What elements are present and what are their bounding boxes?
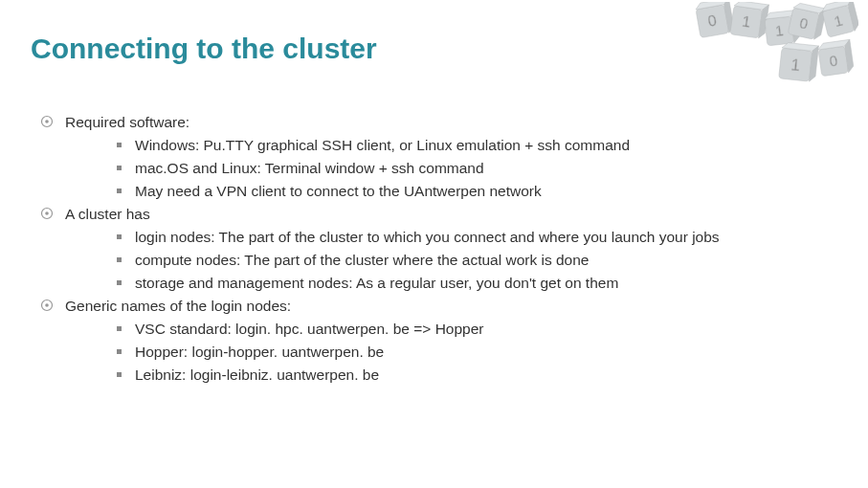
svg-point-19 [45, 303, 49, 307]
sub-item-text: Leibniz: login-leibniz. uantwerpen. be [135, 364, 379, 387]
sub-list-item: Hopper: login-hopper. uantwerpen. be [117, 341, 868, 364]
square-bullet-icon [117, 349, 122, 354]
sub-list-item: compute nodes: The part of the cluster w… [117, 249, 868, 272]
list-item-text: Generic names of the login nodes: [65, 295, 291, 318]
square-bullet-icon [117, 280, 122, 285]
sub-item-text: May need a VPN client to connect to the … [135, 180, 542, 203]
sub-item-text: storage and management nodes: As a regul… [135, 272, 618, 295]
square-bullet-icon [117, 372, 122, 377]
sub-list-item: mac.OS and Linux: Terminal window + ssh … [117, 157, 868, 180]
sub-item-text: compute nodes: The part of the cluster w… [135, 249, 589, 272]
sub-list-item: VSC standard: login. hpc. uantwerpen. be… [117, 318, 868, 341]
sub-list-item: Leibniz: login-leibniz. uantwerpen. be [117, 364, 868, 387]
sub-item-text: mac.OS and Linux: Terminal window + ssh … [135, 157, 484, 180]
list-item-text: Required software: [65, 111, 189, 134]
list-item: Required software: [40, 111, 868, 134]
decorative-cubes: 0 1 1 0 [686, 2, 858, 101]
square-bullet-icon [117, 257, 122, 262]
square-bullet-icon [117, 189, 122, 193]
sub-item-text: Hopper: login-hopper. uantwerpen. be [135, 341, 384, 364]
target-bullet-icon [40, 299, 54, 312]
sub-list-item: Windows: Pu.TTY graphical SSH client, or… [117, 134, 868, 157]
svg-point-17 [45, 211, 49, 215]
square-bullet-icon [117, 166, 122, 170]
list-item: Generic names of the login nodes: [40, 295, 868, 318]
list-item: A cluster has [40, 203, 868, 226]
svg-text:1: 1 [774, 22, 784, 39]
target-bullet-icon [40, 207, 54, 220]
sub-item-text: login nodes: The part of the cluster to … [135, 226, 720, 249]
square-bullet-icon [117, 143, 122, 147]
svg-text:1: 1 [790, 55, 800, 75]
square-bullet-icon [117, 234, 122, 239]
sub-list-item: login nodes: The part of the cluster to … [117, 226, 868, 249]
sub-list-item: May need a VPN client to connect to the … [117, 180, 868, 203]
slide-body: Required software: Windows: Pu.TTY graph… [0, 65, 868, 387]
list-item-text: A cluster has [65, 203, 150, 226]
target-bullet-icon [40, 115, 54, 128]
square-bullet-icon [117, 326, 122, 331]
svg-point-15 [45, 120, 49, 123]
sub-item-text: VSC standard: login. hpc. uantwerpen. be… [135, 318, 484, 341]
sub-item-text: Windows: Pu.TTY graphical SSH client, or… [135, 134, 630, 157]
sub-list-item: storage and management nodes: As a regul… [117, 272, 868, 295]
